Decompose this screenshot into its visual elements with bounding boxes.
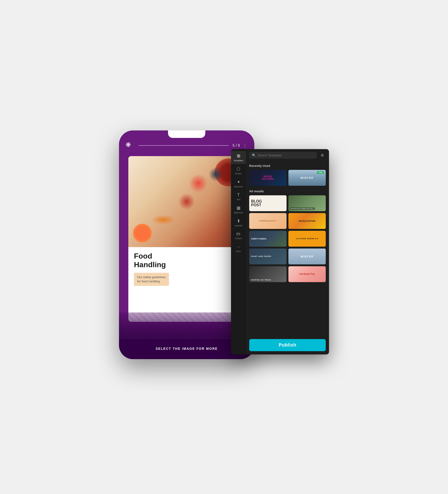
template-thumb-musiq-guitars2[interactable]: MUSIQ GUITARS [288, 213, 326, 229]
thumb-musiq2-label: MUSIQ GUITARS [299, 220, 315, 222]
template-thumb-peach[interactable]: PREMIUM QUALITY [249, 213, 286, 229]
sidebar-item-templates[interactable]: ⊞ Templates [231, 151, 246, 164]
search-input[interactable] [258, 154, 314, 157]
phone-topbar: ❋ 5 / 9 ⋮ [119, 141, 254, 150]
sidebar-item-background[interactable]: ▦ Bkground [231, 203, 246, 216]
more-menu-icon[interactable]: ⋮ [243, 143, 248, 148]
phone-cta-text: SELECT THE IMAGE FOR MORE [156, 347, 218, 350]
folders-icon: 🗁 [236, 232, 241, 236]
template-thumb-musiq-guitars[interactable]: MUSIQGUITARS [249, 170, 286, 186]
card-subtitle: Our safety guidelines for food handling [134, 273, 169, 286]
scene: ❋ 5 / 9 ⋮ FoodHandling Our safety guidel… [119, 130, 329, 364]
search-area: 🔍 ⚙ [246, 149, 329, 161]
uploads-icon: ⬆ [237, 218, 240, 223]
template-thumb-road-trip[interactable]: Fall Road Trip [288, 266, 326, 282]
progress-bar [139, 145, 229, 146]
thumb-winter2-label: WINTER [300, 255, 313, 258]
template-panel: ⊞ Templates ⬡ Photos ✦ Elements T Text ▦… [231, 149, 329, 355]
thumb-keeping-label: KEEPING ON TRACK [251, 279, 271, 281]
thumb-roadtrip-label: Fall Road Trip [299, 273, 315, 275]
template-main-area: 🔍 ⚙ Recently Used MUSIQGUITARS FREE WINT… [246, 149, 329, 355]
template-thumb-paint-paper[interactable]: PAINT AND PAPER [249, 248, 286, 264]
thumb-cabins-label: Cabin's Cabins. [251, 237, 267, 240]
search-box[interactable]: 🔍 [249, 152, 317, 159]
sidebar-item-elements[interactable]: ✦ Elements [231, 177, 246, 190]
template-scroll-area[interactable]: Recently Used MUSIQGUITARS FREE WINTER A… [246, 161, 329, 337]
template-thumb-cabins[interactable]: Cabin's Cabins. [249, 231, 286, 247]
template-thumb-keeping-track[interactable]: KEEPING ON TRACK [249, 266, 286, 282]
elements-icon: ✦ [237, 179, 240, 185]
recently-used-label: Recently Used [249, 164, 326, 168]
sidebar-item-text[interactable]: T Text [231, 190, 246, 203]
thumb-musiq-label: MUSIQGUITARS [262, 175, 274, 180]
card-image [128, 156, 245, 247]
thumb-blog-label: BLOGPOST [251, 199, 262, 207]
template-thumb-leisure[interactable]: LETUSRE DENIM CA [288, 231, 326, 247]
all-results-grid: BLOGPOST MOUNTAIN FORECAST BL. PREMIUM Q… [249, 195, 326, 282]
search-icon: 🔍 [252, 154, 256, 157]
all-results-label: All results [249, 189, 326, 193]
background-icon: ▦ [236, 205, 241, 210]
food-illustration [128, 156, 245, 247]
thumb-paint-label: PAINT AND PAPER [251, 255, 271, 257]
sidebar-item-more[interactable]: ··· More [231, 242, 246, 255]
filter-icon[interactable]: ⚙ [319, 152, 326, 159]
sidebar-nav: ⊞ Templates ⬡ Photos ✦ Elements T Text ▦… [231, 149, 246, 355]
thumb-winter-label: WINTER [300, 176, 313, 179]
templates-icon: ⊞ [237, 153, 240, 159]
thumb-winter-badge: FREE [317, 171, 324, 174]
text-icon: T [237, 193, 240, 198]
sidebar-item-uploads[interactable]: ⬆ Uploads [231, 216, 246, 229]
recently-used-grid: MUSIQGUITARS FREE WINTER [249, 170, 326, 186]
slide-counter: 5 / 9 [233, 144, 240, 148]
template-thumb-blog-post[interactable]: BLOGPOST [249, 195, 286, 211]
card-title: FoodHandling [134, 252, 239, 269]
content-card[interactable]: FoodHandling Our safety guidelines for f… [128, 156, 245, 322]
photos-icon: ⬡ [236, 166, 240, 172]
card-text-area: FoodHandling Our safety guidelines for f… [128, 247, 245, 289]
more-icon: ··· [236, 244, 240, 249]
publish-button[interactable]: Publish [249, 339, 326, 351]
app-logo-icon: ❋ [125, 141, 135, 150]
thumb-peach-label: PREMIUM QUALITY [259, 220, 276, 222]
thumb-mountain-label: MOUNTAIN FORECAST BL. [290, 208, 315, 210]
template-thumb-mountain[interactable]: MOUNTAIN FORECAST BL. [288, 195, 326, 211]
template-thumb-winter[interactable]: FREE WINTER [288, 170, 326, 186]
sidebar-item-photos[interactable]: ⬡ Photos [231, 164, 246, 177]
thumb-leisure-label: LETUSRE DENIM CA [296, 237, 318, 240]
template-thumb-winter2[interactable]: WINTER [288, 248, 326, 264]
sidebar-item-folders[interactable]: 🗁 Folders [231, 229, 246, 242]
